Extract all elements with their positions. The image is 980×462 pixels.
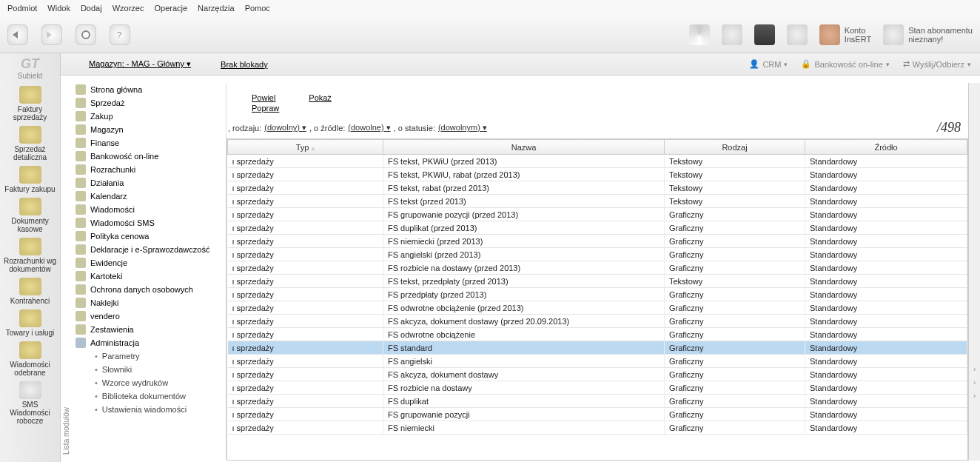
table-row[interactable]: ı sprzedażyFS tekst, przedpłaty (przed 2…	[228, 275, 967, 288]
refresh-icon[interactable]	[75, 24, 96, 45]
data-grid[interactable]: Typ▵ Nazwa Rodzaj Źródło ı sprzedażyFS t…	[226, 138, 968, 461]
table-row[interactable]: ı sprzedażyFS tekst (przed 2013)Tekstowy…	[228, 195, 967, 208]
sidebar-shortcut[interactable]: Kontrahenci	[4, 278, 56, 305]
send-receive-button[interactable]: ⇄Wyślij/Odbierz▾	[903, 59, 971, 69]
chevron-right-icon[interactable]: ›	[973, 364, 976, 373]
subscription-button[interactable]: Stan abonamentunieznany!	[883, 24, 973, 45]
tree-node[interactable]: Sprzedaż	[71, 96, 226, 110]
table-row[interactable]: ı sprzedażyFS grupowanie pozycjiGraficzn…	[228, 408, 967, 421]
tree-node[interactable]: Wiadomości	[71, 203, 226, 216]
tree-node[interactable]: Polityka cenowa	[71, 230, 226, 243]
tree-node[interactable]: Magazyn	[71, 123, 226, 136]
shortcut-icon	[19, 86, 41, 104]
tree-node[interactable]: Strona główna	[71, 83, 226, 96]
table-row[interactable]: ı sprzedażyFS tekst, PKWiU (przed 2013)T…	[228, 155, 967, 168]
table-row[interactable]: ı sprzedażyFS niemiecki (przed 2013)Graf…	[228, 235, 967, 248]
col-typ[interactable]: Typ▵	[228, 140, 383, 155]
sidebar-shortcut[interactable]: Sprzedażdetaliczna	[4, 126, 56, 161]
menu-pomoc[interactable]: Pomoc	[245, 4, 270, 13]
action-powiel[interactable]: Powiel	[252, 93, 279, 102]
col-nazwa[interactable]: Nazwa	[383, 140, 665, 155]
menubar: Podmiot Widok Dodaj Wzorzec Operacje Nar…	[0, 0, 980, 16]
menu-widok[interactable]: Widok	[47, 4, 70, 13]
tree-subnode[interactable]: Biblioteka dokumentów	[71, 389, 226, 403]
chevron-right-icon[interactable]: ›	[973, 391, 976, 400]
svg-text:?: ?	[117, 30, 121, 39]
table-row[interactable]: ı sprzedażyFS tekst, rabat (przed 2013)T…	[228, 181, 967, 195]
sidebar-shortcut[interactable]: Dokumentykasowe	[4, 198, 56, 233]
tree-node[interactable]: Naklejki	[71, 296, 226, 309]
col-rodzaj[interactable]: Rodzaj	[665, 140, 805, 155]
table-row[interactable]: ı sprzedażyFS odwrotne obciążenie (przed…	[228, 301, 967, 315]
tree-node[interactable]: Deklaracje i e-Sprawozdawczość	[71, 243, 226, 256]
menu-narzedzia[interactable]: Narzędzia	[198, 4, 235, 13]
tree-node[interactable]: Zakup	[71, 110, 226, 123]
app-name: Subiekt	[18, 72, 42, 80]
table-row[interactable]: ı sprzedażyFS rozbicie na dostawyGraficz…	[228, 381, 967, 395]
tree-node[interactable]: Administracja	[71, 336, 226, 349]
table-row[interactable]: ı sprzedażyFS standardGraficznyStandardo…	[228, 341, 967, 355]
tree-node[interactable]: Działania	[71, 176, 226, 190]
sidebar-shortcut[interactable]: Towary i usługi	[4, 309, 56, 337]
tree-node[interactable]: Kartoteki	[71, 270, 226, 283]
table-row[interactable]: ı sprzedażyFS duplikatGraficznyStandardo…	[228, 395, 967, 408]
table-row[interactable]: ı sprzedażyFS grupowanie pozycji (przed …	[228, 208, 967, 221]
menu-operacje[interactable]: Operacje	[154, 4, 187, 13]
tree-subnode[interactable]: Parametry	[71, 349, 226, 363]
table-row[interactable]: ı sprzedażyFS akcyza, dokument dostawyGr…	[228, 368, 967, 381]
svg-point-0	[82, 31, 90, 38]
table-row[interactable]: ı sprzedażyFS przedpłaty (przed 2013)Gra…	[228, 288, 967, 301]
banking-button[interactable]: 🔒Bankowość on-line▾	[801, 59, 889, 69]
warehouse-selector[interactable]: Magazyn: - MAG - Główny ▾	[89, 59, 191, 69]
table-row[interactable]: ı sprzedażyFS angielski (przed 2013)Graf…	[228, 248, 967, 261]
table-row[interactable]: ı sprzedażyFS odwrotne obciążenieGraficz…	[228, 328, 967, 341]
table-row[interactable]: ı sprzedażyFS akcyza, dokument dostawy (…	[228, 315, 967, 328]
tree-node[interactable]: Ochrona danych osobowych	[71, 283, 226, 296]
sidebar-shortcut[interactable]: Faktury zakupu	[4, 166, 56, 193]
lock-status[interactable]: Brak blokady	[221, 60, 268, 69]
crm-button[interactable]: 👤CRM▾	[749, 59, 788, 69]
action-popraw[interactable]: Popraw	[252, 104, 279, 113]
menu-podmiot[interactable]: Podmiot	[7, 4, 37, 13]
sidebar-shortcut[interactable]: Rozrachunki wgdokumentów	[4, 238, 56, 273]
database-icon[interactable]	[787, 24, 808, 45]
folder-icon	[75, 204, 86, 215]
table-row[interactable]: ı sprzedażyFS duplikat (przed 2013)Grafi…	[228, 221, 967, 235]
folder-icon	[75, 244, 86, 255]
menu-wzorzec[interactable]: Wzorzec	[113, 4, 144, 13]
help-icon[interactable]: ?	[110, 24, 130, 45]
tree-node[interactable]: Rozrachunki	[71, 163, 226, 176]
table-row[interactable]: ı sprzedażyFS angielskiGraficznyStandard…	[228, 355, 967, 368]
menu-dodaj[interactable]: Dodaj	[81, 4, 102, 13]
chevron-right-icon[interactable]: ›	[973, 378, 976, 386]
account-button[interactable]: KontoInsERT	[819, 24, 871, 45]
globe-icon[interactable]	[722, 24, 742, 45]
folder-icon	[75, 111, 86, 121]
table-row[interactable]: ı sprzedażyFS rozbicie na dostawy (przed…	[228, 261, 967, 275]
tree-node[interactable]: Wiadomości SMS	[71, 216, 226, 230]
back-icon[interactable]	[7, 24, 28, 45]
tree-node[interactable]: Zestawienia	[71, 323, 226, 336]
forward-icon[interactable]	[41, 24, 62, 45]
tree-node[interactable]: Finanse	[71, 136, 226, 150]
table-row[interactable]: ı sprzedażyFS niemieckiGraficznyStandard…	[228, 421, 967, 435]
shortcut-icon	[19, 341, 41, 359]
cube-icon[interactable]	[754, 24, 775, 45]
tree-subnode[interactable]: Wzorce wydruków	[71, 376, 226, 389]
col-zrodlo[interactable]: Źródło	[805, 140, 967, 155]
filter-rodzaj[interactable]: (dowolny) ▾	[264, 123, 306, 133]
tree-node[interactable]: vendero	[71, 309, 226, 323]
tree-node[interactable]: Bankowość on-line	[71, 150, 226, 163]
sidebar-shortcut[interactable]: Wiadomościodebrane	[4, 341, 56, 377]
tree-subnode[interactable]: Ustawienia wiadomości	[71, 403, 226, 416]
folder-icon	[75, 258, 86, 268]
filter-status[interactable]: (dowolnym) ▾	[438, 123, 487, 133]
tree-subnode[interactable]: Słowniki	[71, 363, 226, 376]
action-pokaz[interactable]: Pokaż	[309, 93, 332, 102]
sidebar-shortcut[interactable]: Fakturysprzedaży	[4, 86, 56, 121]
tree-node[interactable]: Kalendarz	[71, 190, 226, 203]
filter-zrodlo[interactable]: (dowolne) ▾	[348, 123, 390, 133]
table-row[interactable]: ı sprzedażyFS tekst, PKWiU, rabat (przed…	[228, 168, 967, 181]
sidebar-shortcut[interactable]: SMSWiadomościrobocze	[4, 381, 56, 425]
tree-node[interactable]: Ewidencje	[71, 256, 226, 270]
